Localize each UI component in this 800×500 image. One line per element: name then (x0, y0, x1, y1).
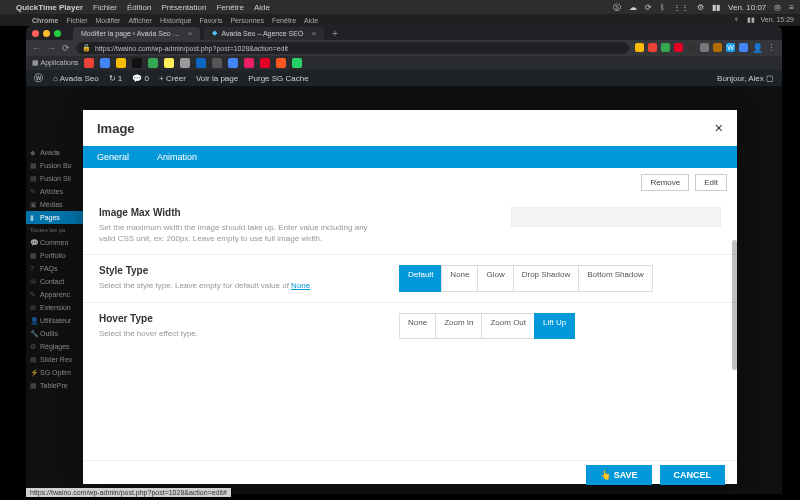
menu-present[interactable]: Présentation (161, 3, 206, 12)
sidebar-item: 💬Commen (26, 236, 86, 249)
bookmark-icon[interactable] (84, 58, 94, 68)
m2-7[interactable]: Aide (304, 17, 318, 24)
traffic-max[interactable] (54, 30, 61, 37)
ext-icon[interactable]: W (726, 43, 735, 52)
maxwidth-desc: Set the maximum width the image should t… (99, 222, 379, 244)
cancel-button[interactable]: CANCEL (660, 465, 726, 485)
address-bar-row: ← → ⟳ 🔒 https://twaino.com/wp-admin/post… (26, 40, 782, 56)
style-glow[interactable]: Glow (477, 265, 513, 291)
clock1[interactable]: Ven. 10:07 (728, 3, 766, 12)
m2-0[interactable]: Fichier (66, 17, 87, 24)
hover-none[interactable]: None (399, 313, 436, 339)
style-bottomshadow[interactable]: Bottom Shadow (578, 265, 652, 291)
wp-view[interactable]: Voir la page (196, 74, 238, 83)
tab-general[interactable]: General (83, 146, 143, 168)
hover-liftup[interactable]: Lift Up (534, 313, 575, 339)
bookmark-icon[interactable] (164, 58, 174, 68)
traffic-close[interactable] (32, 30, 39, 37)
bookmark-icon[interactable] (100, 58, 110, 68)
wp-greeting[interactable]: Bonjour, Alex ▢ (717, 74, 774, 83)
flag-icon[interactable]: ▮▮ (747, 16, 755, 24)
m2-5[interactable]: Personnes (230, 17, 263, 24)
wifi2-icon[interactable]: ⚙ (697, 3, 704, 12)
modal-body: Remove Edit Image Max Width Set the maxi… (83, 168, 737, 460)
m2-3[interactable]: Historique (160, 17, 192, 24)
hover-zoomin[interactable]: Zoom In (435, 313, 482, 339)
forward-icon[interactable]: → (47, 43, 56, 53)
hamburger-icon[interactable]: ≡ (789, 3, 794, 12)
ext-icon[interactable] (648, 43, 657, 52)
style-none[interactable]: None (441, 265, 478, 291)
wp-updates[interactable]: ↻ 1 (109, 74, 123, 83)
wifi-icon[interactable]: ᯤ (734, 16, 741, 24)
ext-icon[interactable] (635, 43, 644, 52)
m2-2[interactable]: Afficher (128, 17, 152, 24)
reload-icon[interactable]: ⟳ (62, 43, 70, 53)
menu-file[interactable]: Fichier (93, 3, 117, 12)
bt-icon[interactable]: ᛒ (660, 3, 665, 12)
ext-icon[interactable] (739, 43, 748, 52)
tab-close-icon[interactable]: × (311, 29, 316, 38)
wp-site[interactable]: ⌂ Avada Seo (53, 74, 99, 83)
sync-icon[interactable]: ⟳ (645, 3, 652, 12)
flag-icon[interactable]: ▮▮ (712, 3, 720, 12)
tab-animation[interactable]: Animation (143, 146, 211, 168)
menu-window[interactable]: Fenêtre (216, 3, 244, 12)
menu-help[interactable]: Aide (254, 3, 270, 12)
m2-1[interactable]: Modifier (95, 17, 120, 24)
wp-purge[interactable]: Purge SG Cache (248, 74, 308, 83)
ext-icon[interactable] (700, 43, 709, 52)
styletype-desc: Select the style type. Leave empty for d… (99, 280, 379, 291)
sidebar-item: ⊞Extension (26, 301, 86, 314)
skype-icon[interactable]: Ⓢ (613, 2, 621, 13)
menu-edit[interactable]: Édition (127, 3, 151, 12)
app-name[interactable]: QuickTime Player (16, 3, 83, 12)
edit-button[interactable]: Edit (695, 174, 727, 191)
bookmark-icon[interactable] (116, 58, 126, 68)
new-tab-button[interactable]: + (328, 28, 342, 39)
scrollbar[interactable] (732, 240, 737, 370)
profile-icon[interactable]: 👤 (752, 43, 763, 53)
clock2[interactable]: Ven. 15:29 (761, 16, 794, 24)
wp-logo-icon[interactable]: ⓦ (34, 72, 43, 85)
bookmark-icon[interactable] (148, 58, 158, 68)
style-default[interactable]: Default (399, 265, 442, 291)
bookmark-icon[interactable] (132, 58, 142, 68)
cloud-icon[interactable]: ☁ (629, 3, 637, 12)
bookmark-icon[interactable] (260, 58, 270, 68)
back-icon[interactable]: ← (32, 43, 41, 53)
bookmark-icon[interactable] (180, 58, 190, 68)
tab-inactive[interactable]: ◆ Avada Seo – Agence SEO × (204, 27, 324, 40)
close-icon[interactable]: × (715, 120, 723, 136)
ext-icon[interactable] (674, 43, 683, 52)
m2-6[interactable]: Fenêtre (272, 17, 296, 24)
tab-close-icon[interactable]: × (188, 29, 193, 38)
bookmark-icon[interactable] (196, 58, 206, 68)
bookmark-icon[interactable] (244, 58, 254, 68)
hover-zoomout[interactable]: Zoom Out (481, 313, 535, 339)
ext-icon[interactable] (713, 43, 722, 52)
traffic-min[interactable] (43, 30, 50, 37)
bookmark-icon[interactable] (212, 58, 222, 68)
remove-button[interactable]: Remove (641, 174, 689, 191)
tab1-label: Modifier la page ‹ Avada Seo … (81, 30, 180, 37)
menu-icon[interactable]: ⋮ (767, 43, 776, 53)
wp-comments[interactable]: 💬 0 (132, 74, 149, 83)
bookmark-icon[interactable] (292, 58, 302, 68)
ext-icon[interactable] (661, 43, 670, 52)
app-name-2[interactable]: Chrome (32, 17, 58, 24)
spotlight-icon[interactable]: ◎ (774, 3, 781, 12)
address-bar[interactable]: 🔒 https://twaino.com/wp-admin/post.php?p… (76, 42, 629, 54)
wifi-icon[interactable]: ⋮⋮ (673, 3, 689, 12)
maxwidth-input[interactable] (511, 207, 721, 227)
m2-4[interactable]: Favoris (200, 17, 223, 24)
ext-icon[interactable] (687, 43, 696, 52)
bookmark-icon[interactable] (228, 58, 238, 68)
bookmark-icon[interactable] (276, 58, 286, 68)
style-dropshadow[interactable]: Drop Shadow (513, 265, 579, 291)
wp-create[interactable]: + Créer (159, 74, 186, 83)
save-button[interactable]: 👆 SAVE (586, 465, 651, 485)
apps-button[interactable]: ▦ Applications (32, 59, 78, 67)
none-link[interactable]: None (291, 281, 310, 290)
tab-active[interactable]: Modifier la page ‹ Avada Seo … × (73, 27, 200, 40)
